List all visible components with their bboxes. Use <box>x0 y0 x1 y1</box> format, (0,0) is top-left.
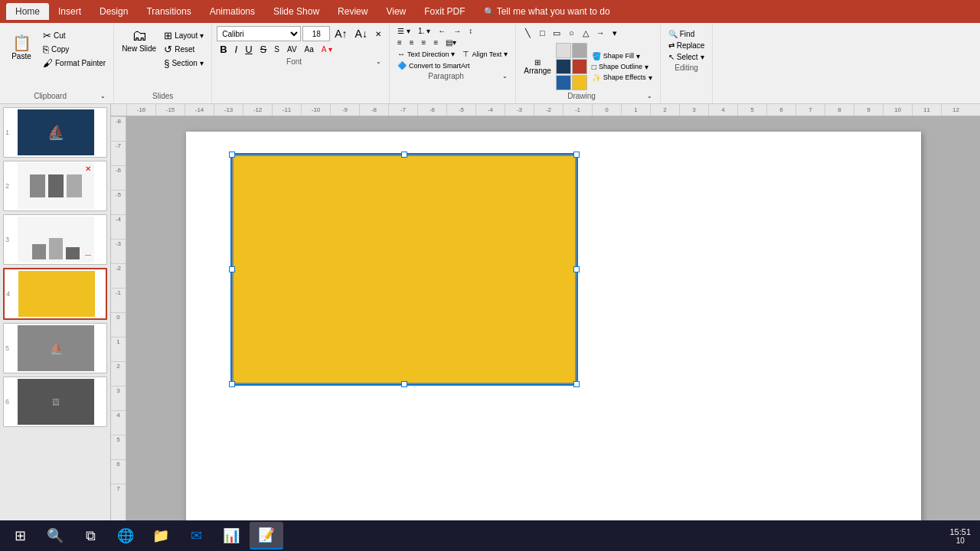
align-left-button[interactable]: ≡ <box>394 37 405 47</box>
powerpoint-button[interactable]: 📝 <box>250 522 283 549</box>
paste-button[interactable]: 📋 Paste <box>5 34 38 62</box>
drawing-dialog-button[interactable]: ⌄ <box>644 92 655 100</box>
qs-cell-5[interactable] <box>556 75 571 90</box>
shape-rounded-rect-btn[interactable]: ▭ <box>550 26 564 40</box>
decrease-font-button[interactable]: A↓ <box>352 27 371 41</box>
start-button[interactable]: ⊞ <box>3 522 37 549</box>
slide-thumb-2[interactable]: 2 ✕ <box>3 161 107 211</box>
arrange-button[interactable]: ⊞ Arrange <box>521 57 554 77</box>
clear-format-button[interactable]: ✕ <box>372 29 384 39</box>
tab-tellme[interactable]: 🔍 Tell me what you want to do <box>475 3 619 20</box>
font-size-input[interactable] <box>302 26 330 41</box>
shape-more-btn[interactable]: ▾ <box>608 26 622 40</box>
line-spacing-button[interactable]: ↕ <box>466 26 475 36</box>
qs-cell-1[interactable] <box>556 43 571 58</box>
font-color-button[interactable]: A▾ <box>318 44 336 54</box>
qs-cell-3[interactable] <box>556 59 571 74</box>
section-button[interactable]: § Section▾ <box>161 57 207 70</box>
excel-button[interactable]: 📊 <box>214 522 248 549</box>
taskview-button[interactable]: ⧉ <box>74 522 107 549</box>
shape-effects-icon: ✨ <box>592 73 601 82</box>
shape-circle-btn[interactable]: ○ <box>564 26 578 40</box>
replace-button[interactable]: ⇄ Replace <box>665 41 708 51</box>
format-painter-icon: 🖌 <box>43 57 53 69</box>
find-icon: 🔍 <box>668 30 678 38</box>
slide-thumb-3[interactable]: 3 — <box>3 214 107 265</box>
taskbar: ⊞ 🔍 ⧉ 🌐 📁 ✉ 📊 📝 15:51 10 <box>0 520 980 551</box>
tab-home[interactable]: Home <box>6 3 49 20</box>
slide-thumb-4[interactable]: 4 <box>3 268 107 320</box>
ribbon-group-paragraph: ☰▾ 1.▾ ← → ↕ ≡ ≡ ≡ ≡ ▤▾ <box>390 24 516 103</box>
numbering-button[interactable]: 1.▾ <box>415 26 433 36</box>
tab-view[interactable]: View <box>377 3 415 20</box>
fileexplorer-button[interactable]: 📁 <box>144 522 178 549</box>
system-clock[interactable]: 15:51 10 <box>943 527 977 545</box>
tab-animations[interactable]: Animations <box>201 3 264 20</box>
shape-triangle-btn[interactable]: △ <box>579 26 593 40</box>
font-name-select[interactable]: Calibri <box>217 26 301 41</box>
yellow-rectangle-shape[interactable] <box>232 155 577 384</box>
bold-button[interactable]: B <box>217 43 230 56</box>
tab-review[interactable]: Review <box>328 3 377 20</box>
shape-line-btn[interactable]: ╲ <box>521 26 534 40</box>
char-spacing-button[interactable]: AV <box>284 44 300 54</box>
select-icon: ↖ <box>668 53 675 61</box>
convert-smartart-button[interactable]: 🔷 Convert to SmartArt <box>394 60 473 70</box>
underline-button[interactable]: U <box>242 43 255 56</box>
text-direction-button[interactable]: ↔ Text Direction▾ <box>394 49 459 59</box>
shape-outline-button[interactable]: □ Shape Outline▾ <box>589 62 655 72</box>
layout-icon: ⊞ <box>164 30 172 41</box>
align-center-button[interactable]: ≡ <box>407 37 417 47</box>
ribbon-group-editing: 🔍 Find ⇄ Replace ↖ Select▾ Editing <box>661 24 714 103</box>
format-painter-button[interactable]: 🖌 Format Painter <box>40 57 109 70</box>
align-text-button[interactable]: ⊤ Align Text▾ <box>459 49 511 59</box>
mail-button[interactable]: ✉ <box>179 522 213 549</box>
search-taskbar-button[interactable]: 🔍 <box>38 522 72 549</box>
clipboard-dialog-button[interactable]: ⌄ <box>97 92 109 100</box>
align-left-icon: ≡ <box>397 38 402 47</box>
tab-foxitpdf[interactable]: Foxit PDF <box>415 3 474 20</box>
increase-font-button[interactable]: A↑ <box>332 27 350 41</box>
copy-button[interactable]: ⎘ Copy <box>40 43 109 56</box>
browser-button[interactable]: 🌐 <box>109 522 142 549</box>
cut-button[interactable]: ✂ Cut <box>40 29 109 42</box>
paste-icon: 📋 <box>12 35 31 51</box>
shape-effects-button[interactable]: ✨ Shape Effects▾ <box>589 73 655 83</box>
shape-arrow-btn[interactable]: → <box>593 26 607 40</box>
qs-cell-4[interactable] <box>572 59 587 74</box>
tab-insert[interactable]: Insert <box>49 3 90 20</box>
qs-cell-6[interactable] <box>572 75 587 90</box>
shape-fill-button[interactable]: 🪣 Shape Fill▾ <box>589 51 655 61</box>
tab-design[interactable]: Design <box>90 3 137 20</box>
reset-button[interactable]: ↺ Reset <box>161 43 207 56</box>
text-shadow-button[interactable]: S <box>271 44 283 54</box>
strikethrough-button[interactable]: S <box>257 43 270 56</box>
slides-panel: 1 ⛵ 2 ✕ 3 <box>0 104 111 545</box>
align-right-button[interactable]: ≡ <box>419 37 430 47</box>
shape-rect-btn[interactable]: □ <box>535 26 549 40</box>
italic-button[interactable]: I <box>232 43 241 56</box>
slide-thumb-5[interactable]: 5 ⛵ <box>3 323 107 373</box>
change-case-button[interactable]: Aa <box>302 44 317 54</box>
slide-canvas[interactable] <box>126 116 980 545</box>
tab-transitions[interactable]: Transitions <box>137 3 200 20</box>
justify-button[interactable]: ≡ <box>430 37 441 47</box>
quick-styles-grid <box>556 43 587 90</box>
font-dialog-button[interactable]: ⌄ <box>373 57 384 66</box>
qs-cell-2[interactable] <box>572 43 587 58</box>
paragraph-dialog-button[interactable]: ⌄ <box>499 72 511 80</box>
slide-thumb-1[interactable]: 1 ⛵ <box>3 107 107 158</box>
find-button[interactable]: 🔍 Find <box>665 29 708 39</box>
increase-indent-button[interactable]: → <box>450 26 464 36</box>
bullets-button[interactable]: ☰▾ <box>394 26 413 36</box>
slide-thumb-6[interactable]: 6 🖼 <box>3 377 107 427</box>
columns-button[interactable]: ▤▾ <box>443 37 459 47</box>
replace-icon: ⇄ <box>668 41 675 50</box>
new-slide-button[interactable]: 🗂 New Slide <box>119 26 159 54</box>
layout-button[interactable]: ⊞ Layout▾ <box>161 29 207 42</box>
select-button[interactable]: ↖ Select▾ <box>665 52 708 62</box>
smartart-icon: 🔷 <box>397 61 407 70</box>
tab-slideshow[interactable]: Slide Show <box>264 3 328 20</box>
clipboard-group-label: Clipboard <box>5 92 96 102</box>
decrease-indent-button[interactable]: ← <box>435 26 449 36</box>
